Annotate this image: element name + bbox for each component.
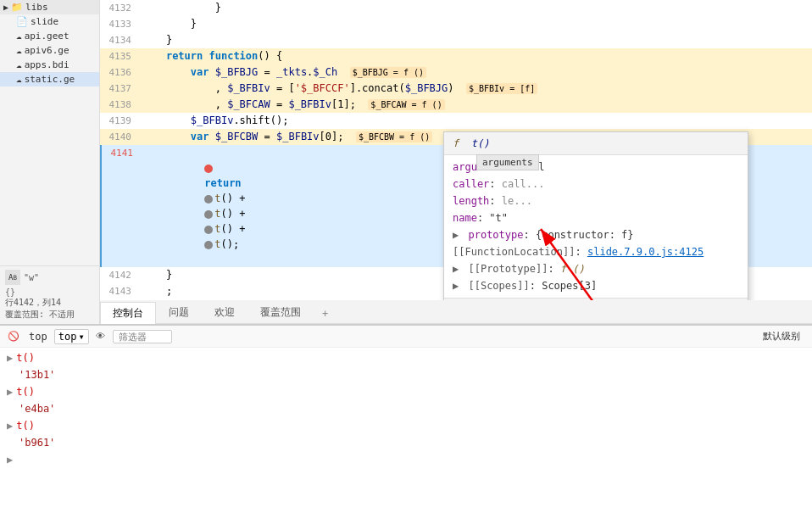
sidebar-item-static[interactable]: ☁ static.ge [0, 72, 99, 86]
default-level-label: 默认级别 [763, 330, 807, 343]
code-line-4138: 4138 , $_BFCAW = $_BFBIv[1]; $_BFCAW = f… [100, 97, 812, 113]
expand-icon[interactable]: ▶ [7, 452, 13, 467]
cloud-icon: ☁ [16, 45, 22, 56]
sidebar-item-api[interactable]: ☁ api.geet [0, 29, 99, 43]
fn-location-link[interactable]: slide.7.9.0.js:4125 [587, 246, 704, 258]
expand-icon[interactable]: ▶ [7, 350, 13, 366]
ab-icon: AB [5, 270, 20, 285]
expand-icon[interactable]: ▶ [453, 229, 459, 241]
list-item: '13b1' [0, 366, 812, 383]
bracket-hint: {} [5, 287, 94, 297]
pause-dot-3 [204, 226, 213, 234]
expand-icon[interactable]: ▶ [7, 418, 13, 433]
code-line-4136: 4136 var $_BFBJG = _tkts.$_Ch $_BFBJG = … [100, 64, 812, 81]
prototype-label: prototype [468, 229, 523, 241]
list-item: 'b961' [0, 434, 812, 451]
tab-console[interactable]: 控制台 [100, 302, 156, 324]
length-label: length [453, 195, 489, 207]
file-icon: 📄 [16, 16, 28, 27]
tab-coverage[interactable]: 覆盖范围 [247, 301, 314, 323]
sidebar-item-slide[interactable]: 📄 slide [0, 14, 99, 29]
proto2-label: [[Prototype]] [468, 263, 548, 275]
name-label: name [453, 212, 477, 224]
tooltip-arguments-badge: arguments [476, 154, 539, 170]
sidebar-item-apiv6[interactable]: ☁ apiv6.ge [0, 43, 99, 58]
console-toolbar: 🚫 top top ▾ 👁 默认级别 [0, 326, 812, 348]
code-area: 4132 } 4133 } 4134 } 4135 return functio… [100, 0, 812, 324]
caller-label: caller [453, 178, 489, 190]
code-line-4137: 4137 , $_BFBIv = ['$_BFCCF'].concat($_BF… [100, 81, 812, 97]
prototype-value: {constructor: f} [536, 229, 634, 241]
list-item: ▶ t() [0, 383, 812, 400]
tooltip-popup: f t() arguments arguments: null caller: … [443, 131, 748, 300]
expand-icon[interactable]: ▶ [7, 384, 13, 399]
tooltip-scopes-row: ▶ [[Scopes]]: Scopes[3] [453, 277, 739, 294]
scroll-left-icon[interactable]: ◀ [458, 299, 463, 300]
sidebar-item-label: libs [25, 2, 48, 13]
bottom-tabs-bar: 控制台 问题 欢迎 覆盖范围 + [100, 300, 812, 324]
breakpoint-dot [204, 165, 213, 173]
tab-add-button[interactable]: + [314, 304, 336, 323]
list-item: ▶ t() [0, 417, 812, 434]
tooltip-scrollbar[interactable]: ◀ ▶ [444, 298, 748, 300]
top-label-text: top [29, 331, 47, 343]
console-value: 'e4ba' [19, 401, 55, 416]
console-value: 'b961' [19, 435, 55, 450]
code-line-4134: 4134 } [100, 32, 812, 48]
code-line-4133: 4133 } [100, 16, 812, 32]
top-dropdown[interactable]: top ▾ [54, 329, 89, 344]
coverage-status: 覆盖范围: 不适用 [5, 309, 94, 321]
sidebar-item-label: apps.bdi [25, 59, 70, 70]
cloud-icon: ☁ [16, 59, 22, 70]
filter-input[interactable] [113, 330, 172, 343]
console-value: t() [16, 350, 35, 366]
chevron-down-icon: ▾ [78, 331, 84, 343]
tooltip-length-row: length: le... [453, 193, 739, 209]
tooltip-fn-location-row: [[FunctionLocation]]: slide.7.9.0.js:412… [453, 243, 739, 260]
tab-issues[interactable]: 问题 [156, 301, 202, 323]
top-level-label: top [25, 331, 51, 343]
list-item: ▶ t() [0, 349, 812, 366]
sidebar-item-label: slide [31, 16, 58, 27]
code-editor[interactable]: 4132 } 4133 } 4134 } 4135 return functio… [100, 0, 812, 300]
sidebar-item-libs[interactable]: ▶ 📁 libs [0, 0, 99, 14]
main-area: ▶ 📁 libs 📄 slide ☁ api.geet ☁ apiv6.ge ☁… [0, 0, 812, 324]
expand-icon: ▶ [3, 3, 8, 12]
tooltip-header: f t() [444, 132, 748, 155]
ab-icon-container: AB "w" [5, 270, 94, 285]
tooltip-fn-name: t() [471, 137, 490, 149]
sidebar-item-label: api.geet [25, 31, 70, 42]
expand-icon2[interactable]: ▶ [453, 263, 459, 275]
scroll-right-icon[interactable]: ▶ [729, 299, 734, 300]
scopes-label: [[Scopes]] [468, 280, 529, 292]
expand-icon3[interactable]: ▶ [453, 280, 459, 292]
eye-button[interactable]: 👁 [92, 328, 109, 345]
tooltip-caller-row: caller: call... [453, 176, 739, 193]
bottom-area: 🚫 top top ▾ 👁 默认级别 ▶ t() '13b1' ▶ t() [0, 324, 812, 519]
sidebar-item-label: static.ge [25, 74, 75, 85]
code-line-4132: 4132 } [100, 0, 812, 16]
list-item: ▶ [0, 451, 812, 468]
sidebar-item-label: apiv6.ge [25, 45, 70, 56]
pause-dot-2 [204, 210, 213, 219]
code-line-4139: 4139 $_BFBIv.shift(); [100, 113, 812, 129]
fn-location-label: [[FunctionLocation]] [453, 246, 576, 258]
tab-welcome[interactable]: 欢迎 [202, 301, 247, 323]
folder-icon: 📁 [11, 2, 23, 13]
sidebar-item-apps[interactable]: ☁ apps.bdi [0, 58, 99, 72]
tooltip-proto2-row: ▶ [[Prototype]]: f () [453, 260, 739, 277]
editor-status: AB "w" {} 行4142，列14 覆盖范围: 不适用 [0, 265, 99, 324]
console-value: t() [16, 418, 35, 433]
sidebar: ▶ 📁 libs 📄 slide ☁ api.geet ☁ apiv6.ge ☁… [0, 0, 100, 324]
pause-dot-1 [204, 195, 213, 204]
tooltip-name-row: name: "t" [453, 209, 739, 226]
scopes-value: Scopes[3] [542, 280, 597, 292]
tooltip-prototype-row: ▶ prototype: {constructor: f} [453, 226, 739, 243]
top-dropdown-text: top [58, 331, 77, 343]
text-value: "w" [24, 273, 39, 282]
pause-dot-4 [204, 241, 213, 249]
console-content[interactable]: ▶ t() '13b1' ▶ t() 'e4ba' ▶ t() 'b961' ▶ [0, 348, 812, 519]
code-line-4135: 4135 return function() { [100, 48, 812, 64]
console-value: '13b1' [19, 367, 55, 382]
clear-console-button[interactable]: 🚫 [5, 328, 22, 345]
